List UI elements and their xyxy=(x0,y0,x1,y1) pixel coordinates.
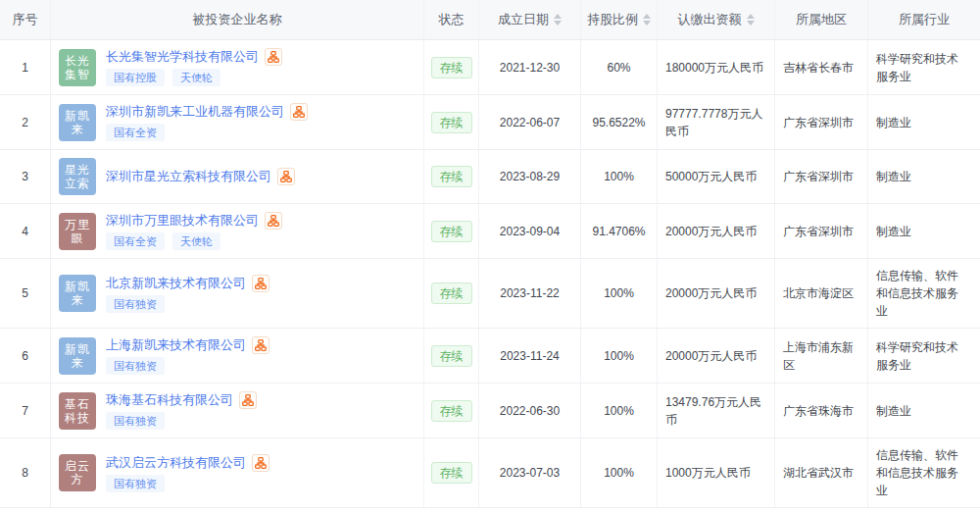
table-row: 5 新凯来 北京新凯来技术有限公司 xyxy=(0,259,980,329)
subscribed-capital-cell: 50000万元人民币 xyxy=(658,150,775,203)
established-date-cell: 2023-11-24 xyxy=(479,329,581,383)
table-header: 序号 被投资企业名称 状态 成立日期 持股比例 认缴出资额 所属地区 所属行业 xyxy=(0,0,980,40)
company-tags: 国有独资 xyxy=(106,357,270,375)
company-cell: 新凯来 上海新凯来技术有限公司 国有独资 xyxy=(51,329,424,383)
company-tag: 天使轮 xyxy=(172,232,220,250)
industry-cell: 制造业 xyxy=(868,150,980,203)
row-index: 8 xyxy=(0,438,51,507)
company-name-link[interactable]: 深圳市新凯来工业机器有限公司 xyxy=(106,103,284,121)
header-index: 序号 xyxy=(0,0,51,39)
company-cell: 新凯来 北京新凯来技术有限公司 国有独资 xyxy=(51,259,424,328)
header-industry: 所属行业 xyxy=(868,0,980,39)
header-established-date-label: 成立日期 xyxy=(498,11,549,28)
header-company-name-label: 被投资企业名称 xyxy=(193,11,282,28)
industry-cell: 制造业 xyxy=(868,384,980,437)
subscribed-capital-cell: 1000万元人民币 xyxy=(658,438,775,507)
header-subscribed-capital: 认缴出资额 xyxy=(658,0,775,39)
status-badge: 存续 xyxy=(431,57,472,78)
row-index: 4 xyxy=(0,204,51,258)
header-index-label: 序号 xyxy=(13,11,38,28)
status-badge: 存续 xyxy=(431,221,472,242)
header-subscribed-capital-label: 认缴出资额 xyxy=(678,11,742,28)
company-name-link[interactable]: 深圳市万里眼技术有限公司 xyxy=(106,212,259,230)
industry-cell: 科学研究和技术服务业 xyxy=(868,40,980,94)
sort-toggle-ratio[interactable] xyxy=(643,14,651,26)
status-badge: 存续 xyxy=(431,282,472,304)
company-tags: 国有独资 xyxy=(106,475,270,492)
equity-structure-icon[interactable] xyxy=(265,212,282,230)
company-tag: 国有控股 xyxy=(106,69,165,86)
company-name-link[interactable]: 北京新凯来技术有限公司 xyxy=(106,275,246,292)
sort-toggle-amount[interactable] xyxy=(747,14,755,26)
shareholding-ratio-cell: 95.6522% xyxy=(581,95,658,149)
established-date-cell: 2022-06-30 xyxy=(479,384,581,437)
row-index: 1 xyxy=(0,40,51,94)
company-name-link[interactable]: 珠海基石科技有限公司 xyxy=(106,391,233,409)
company-tags: 国有控股天使轮 xyxy=(106,69,282,86)
industry-cell: 信息传输、软件和信息技术服务业 xyxy=(868,438,980,507)
caret-down-icon xyxy=(554,21,562,26)
shareholding-ratio-cell: 100% xyxy=(581,438,658,507)
region-cell: 北京市海淀区 xyxy=(775,259,868,328)
company-avatar[interactable]: 长光集智 xyxy=(59,49,96,86)
company-tag: 天使轮 xyxy=(172,69,220,86)
company-cell: 万里眼 深圳市万里眼技术有限公司 国有全资天使 xyxy=(51,204,424,258)
company-avatar[interactable]: 启云方 xyxy=(59,454,96,491)
company-name-link[interactable]: 武汉启云方科技有限公司 xyxy=(106,454,246,472)
equity-structure-icon[interactable] xyxy=(265,48,282,66)
company-cell: 星光立索 深圳市星光立索科技有限公司 xyxy=(51,150,424,203)
equity-structure-icon[interactable] xyxy=(239,391,257,409)
status-cell: 存续 xyxy=(424,150,479,203)
shareholding-ratio-cell: 100% xyxy=(581,259,658,328)
company-tag: 国有独资 xyxy=(106,357,165,375)
company-name-link[interactable]: 上海新凯来技术有限公司 xyxy=(106,336,246,354)
company-tag: 国有独资 xyxy=(106,295,165,313)
established-date-cell: 2021-12-30 xyxy=(479,40,581,94)
industry-cell: 制造业 xyxy=(868,95,980,149)
row-index: 6 xyxy=(0,329,51,383)
status-badge: 存续 xyxy=(431,112,472,133)
equity-structure-icon[interactable] xyxy=(252,336,270,354)
subscribed-capital-cell: 180000万元人民币 xyxy=(658,40,775,94)
subscribed-capital-cell: 20000万元人民币 xyxy=(658,259,775,328)
company-cell: 启云方 武汉启云方科技有限公司 国有独资 xyxy=(51,438,424,507)
table-row: 6 新凯来 上海新凯来技术有限公司 xyxy=(0,329,980,384)
table-row: 4 万里眼 深圳市万里眼技术有限公司 xyxy=(0,204,980,259)
table-row: 7 基石科技 珠海基石科技有限公司 xyxy=(0,384,980,438)
company-avatar[interactable]: 星光立索 xyxy=(59,158,96,195)
row-index: 7 xyxy=(0,384,51,437)
subscribed-capital-cell: 13479.76万元人民币 xyxy=(658,384,775,437)
region-cell: 吉林省长春市 xyxy=(775,40,868,94)
company-name-link[interactable]: 长光集智光学科技有限公司 xyxy=(106,48,259,66)
status-badge: 存续 xyxy=(431,462,472,484)
status-cell: 存续 xyxy=(424,95,479,149)
header-status: 状态 xyxy=(424,0,479,39)
equity-structure-icon[interactable] xyxy=(277,168,295,185)
region-cell: 湖北省武汉市 xyxy=(775,438,868,507)
company-avatar[interactable]: 万里眼 xyxy=(59,213,96,250)
status-cell: 存续 xyxy=(424,329,479,383)
industry-cell: 信息传输、软件和信息技术服务业 xyxy=(868,259,980,328)
established-date-cell: 2023-08-29 xyxy=(479,150,581,203)
company-avatar[interactable]: 新凯来 xyxy=(59,275,96,312)
equity-structure-icon[interactable] xyxy=(290,103,308,121)
company-tag: 国有独资 xyxy=(106,475,165,492)
sort-toggle-date[interactable] xyxy=(554,14,562,26)
header-shareholding-ratio-label: 持股比例 xyxy=(587,11,638,28)
row-index: 2 xyxy=(0,95,51,149)
industry-cell: 科学研究和技术服务业 xyxy=(868,329,980,383)
header-row: 序号 被投资企业名称 状态 成立日期 持股比例 认缴出资额 所属地区 所属行业 xyxy=(0,0,980,40)
subscribed-capital-cell: 20000万元人民币 xyxy=(658,204,775,258)
status-cell: 存续 xyxy=(424,204,479,258)
company-name-link[interactable]: 深圳市星光立索科技有限公司 xyxy=(106,168,271,185)
invested-companies-table: 序号 被投资企业名称 状态 成立日期 持股比例 认缴出资额 所属地区 所属行业 … xyxy=(0,0,980,508)
company-avatar[interactable]: 新凯来 xyxy=(59,337,96,375)
subscribed-capital-cell: 97777.7778万元人民币 xyxy=(658,95,775,149)
table-body: 1 长光集智 长光集智光学科技有限公司 xyxy=(0,40,980,508)
equity-structure-icon[interactable] xyxy=(252,275,270,292)
table-row: 8 启云方 武汉启云方科技有限公司 xyxy=(0,438,980,508)
equity-structure-icon[interactable] xyxy=(252,454,270,472)
company-avatar[interactable]: 基石科技 xyxy=(59,392,96,430)
company-avatar[interactable]: 新凯来 xyxy=(59,104,96,141)
company-tags: 国有全资 xyxy=(106,124,308,141)
